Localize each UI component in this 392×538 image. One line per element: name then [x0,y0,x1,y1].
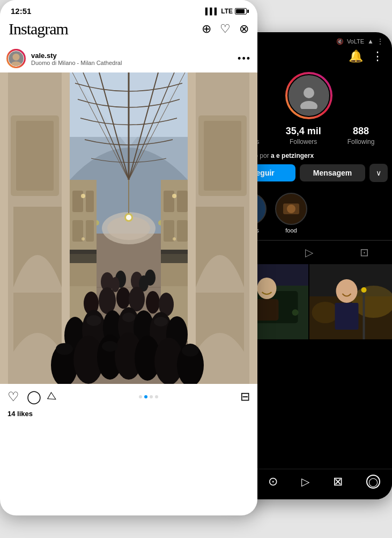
post-user-text: vale.sty Duomo di Milano - Milan Cathedr… [31,52,122,66]
battery-icon [235,8,247,14]
svg-rect-62 [86,220,94,242]
notifications-icon[interactable]: ♡ [220,22,231,36]
highlight-food-label: food [285,227,297,234]
post-actions: ♡ ◯ ▷ ⊟ [0,384,257,410]
svg-point-97 [56,343,73,355]
post-more-button[interactable]: ••• [238,53,251,64]
svg-rect-42 [249,72,257,384]
grid-photo-2[interactable] [309,264,392,339]
post-carousel-dots [139,395,158,398]
post-username[interactable]: vale.sty [31,52,122,60]
followed-by-names: a e petzingerx [271,152,314,159]
highlight-food[interactable]: food [275,193,307,234]
svg-point-22 [361,287,367,293]
svg-point-76 [116,287,130,309]
svg-point-18 [312,302,339,323]
svg-rect-43 [188,72,196,384]
svg-point-96 [154,317,168,326]
network-badge: LTE [221,8,233,15]
svg-point-54 [126,215,131,220]
dot-2 [144,395,147,398]
followers-label: Followers [290,138,317,146]
svg-rect-105 [161,250,188,263]
svg-rect-66 [164,220,174,242]
svg-point-106 [81,194,85,198]
signal-icon: ▌▌▌ [205,8,219,15]
profile-avatar-ring[interactable] [285,72,332,119]
svg-rect-64 [164,191,174,212]
svg-rect-37 [0,72,8,384]
header-icons: ⊕ ♡ ⊗ [202,22,249,36]
options-icon[interactable]: ⋮ [372,49,383,63]
status-bar: 12:51 ▌▌▌ LTE [0,0,257,18]
svg-point-14 [292,309,299,316]
dot-3 [150,395,153,398]
svg-rect-104 [70,250,97,263]
svg-point-0 [304,88,314,98]
app-header: Instagram ⊕ ♡ ⊗ [0,18,257,45]
add-post-icon[interactable]: ⊕ [202,22,211,36]
svg-point-109 [173,237,176,241]
back-network: VoLTE [347,38,364,45]
back-reels-icon[interactable]: ▷ [301,475,309,488]
svg-rect-65 [177,191,188,212]
followers-stat[interactable]: 35,4 mil Followers [286,126,321,146]
svg-rect-20 [335,303,359,330]
svg-point-99 [182,345,199,357]
svg-rect-41 [204,121,241,191]
front-feed-card: 12:51 ▌▌▌ LTE Instagram ⊕ ♡ ⊗ [0,0,257,515]
tagged-tab-icon[interactable]: ⊡ [360,246,369,259]
back-search-icon[interactable]: ⊙ [268,475,278,489]
svg-rect-21 [363,291,365,339]
svg-point-23 [12,54,19,61]
post-user-info: vale.sty Duomo di Milano - Milan Cathedr… [6,49,122,68]
post-likes: 14 likes [0,410,257,422]
bookmark-button[interactable]: ⊟ [240,390,250,404]
svg-rect-59 [72,191,83,212]
more-options-button[interactable]: ∨ [369,164,388,182]
post-actions-left: ♡ ◯ ▷ [8,389,57,404]
back-more-icon: ⋮ [377,38,383,45]
dot-4 [155,395,158,398]
comment-button[interactable]: ◯ [27,389,41,404]
svg-point-108 [82,237,85,241]
svg-point-94 [86,315,101,326]
instagram-logo: Instagram [9,20,68,38]
reels-tab-icon[interactable]: ▷ [305,246,313,259]
messenger-icon[interactable]: ⊗ [239,22,249,36]
svg-point-7 [287,205,295,213]
profile-avatar [287,74,330,117]
message-button[interactable]: Mensagem [300,164,365,181]
back-shop-icon[interactable]: ⊠ [333,475,343,489]
followers-count: 35,4 mil [286,126,321,137]
svg-rect-12 [255,299,279,321]
mute-icon: 🔇 [336,38,344,45]
like-button[interactable]: ♡ [8,389,19,404]
svg-point-11 [257,278,277,299]
notification-bell-icon[interactable]: 🔔 [349,49,363,63]
battery-fill [236,9,245,13]
svg-point-78 [146,291,160,314]
following-stat[interactable]: 888 Following [347,126,375,146]
back-profile-icon[interactable]: ◯ [366,475,380,489]
svg-point-95 [122,312,135,322]
post-avatar-inner [8,50,24,67]
svg-rect-36 [16,121,54,191]
post-location[interactable]: Duomo di Milano - Milan Cathedral [31,60,122,66]
share-button[interactable]: ▷ [46,389,60,404]
svg-point-24 [11,62,22,66]
time-display: 12:51 [11,6,31,16]
svg-point-98 [102,341,118,352]
svg-rect-67 [177,220,188,242]
svg-point-19 [336,279,358,303]
highlight-food-circle [275,193,307,225]
post-image [0,72,257,384]
post-user-avatar[interactable] [6,49,26,68]
svg-rect-60 [86,191,94,212]
svg-point-107 [172,194,176,198]
post-header: vale.sty Duomo di Milano - Milan Cathedr… [0,45,257,72]
status-icons: ▌▌▌ LTE [205,8,247,15]
dot-1 [139,395,142,398]
following-count: 888 [353,126,369,137]
svg-rect-61 [72,220,83,242]
